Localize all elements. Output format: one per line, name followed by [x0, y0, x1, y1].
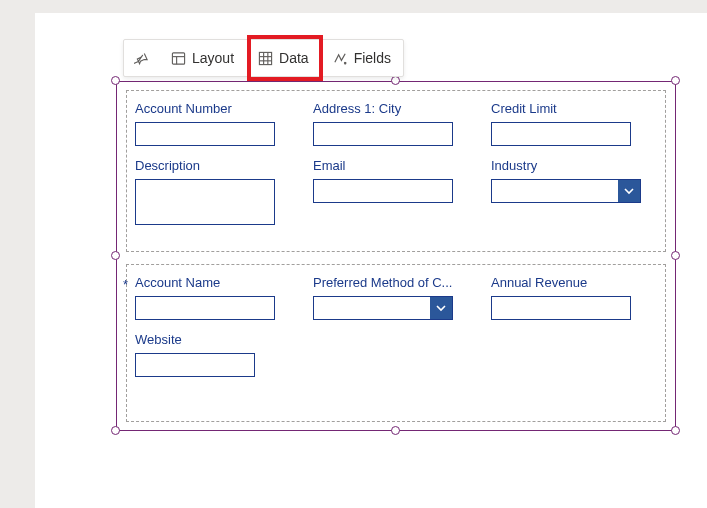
- design-canvas: Layout Data Fields Account Nu: [35, 13, 707, 508]
- svg-rect-0: [172, 52, 184, 63]
- fields-button[interactable]: Fields: [321, 40, 403, 76]
- field-address1-city[interactable]: Address 1: City: [313, 101, 473, 146]
- text-input[interactable]: [491, 122, 631, 146]
- form-selection[interactable]: Account Number Address 1: City Credit Li…: [116, 81, 676, 431]
- layout-label: Layout: [192, 50, 234, 66]
- field-website[interactable]: Website: [135, 332, 295, 377]
- textarea-input[interactable]: [135, 179, 275, 225]
- text-input[interactable]: [135, 122, 275, 146]
- field-account-name[interactable]: * Account Name: [135, 275, 295, 320]
- text-input[interactable]: [491, 296, 631, 320]
- fields-label: Fields: [354, 50, 391, 66]
- selection-handle[interactable]: [391, 426, 400, 435]
- field-label: Industry: [491, 158, 651, 173]
- data-label: Data: [279, 50, 309, 66]
- field-label: Email: [313, 158, 473, 173]
- layout-button[interactable]: Layout: [159, 40, 246, 76]
- field-label: Account Name: [135, 275, 295, 290]
- text-input[interactable]: [313, 122, 453, 146]
- field-label: Preferred Method of C...: [313, 275, 473, 290]
- selection-handle[interactable]: [391, 76, 400, 85]
- field-credit-limit[interactable]: Credit Limit: [491, 101, 651, 146]
- field-label: Account Number: [135, 101, 295, 116]
- selection-handle[interactable]: [111, 76, 120, 85]
- selection-handle[interactable]: [671, 76, 680, 85]
- field-group-2[interactable]: * Account Name Preferred Method of C... …: [126, 264, 666, 422]
- field-label: Annual Revenue: [491, 275, 651, 290]
- field-email[interactable]: Email: [313, 158, 473, 225]
- text-input[interactable]: [313, 179, 453, 203]
- svg-rect-3: [259, 52, 271, 64]
- field-group-1[interactable]: Account Number Address 1: City Credit Li…: [126, 90, 666, 252]
- text-input[interactable]: [135, 353, 255, 377]
- required-mark: *: [123, 277, 128, 292]
- fields-icon: [333, 51, 348, 66]
- field-label: Description: [135, 158, 295, 173]
- select-input[interactable]: [313, 296, 453, 320]
- selection-handle[interactable]: [111, 426, 120, 435]
- field-annual-revenue[interactable]: Annual Revenue: [491, 275, 651, 320]
- data-grid-icon: [258, 51, 273, 66]
- floating-toolbar: Layout Data Fields: [123, 39, 404, 77]
- pin-button[interactable]: [124, 40, 159, 76]
- field-preferred-method[interactable]: Preferred Method of C...: [313, 275, 473, 320]
- data-button[interactable]: Data: [246, 40, 321, 76]
- field-label: Website: [135, 332, 295, 347]
- field-account-number[interactable]: Account Number: [135, 101, 295, 146]
- field-description[interactable]: Description: [135, 158, 295, 225]
- selection-handle[interactable]: [111, 251, 120, 260]
- layout-icon: [171, 51, 186, 66]
- field-industry[interactable]: Industry: [491, 158, 651, 225]
- select-input[interactable]: [491, 179, 641, 203]
- field-label: Address 1: City: [313, 101, 473, 116]
- selection-handle[interactable]: [671, 426, 680, 435]
- field-label: Credit Limit: [491, 101, 651, 116]
- pin-icon: [134, 51, 149, 66]
- chevron-down-icon: [618, 180, 640, 202]
- selection-handle[interactable]: [671, 251, 680, 260]
- chevron-down-icon: [430, 297, 452, 319]
- text-input[interactable]: [135, 296, 275, 320]
